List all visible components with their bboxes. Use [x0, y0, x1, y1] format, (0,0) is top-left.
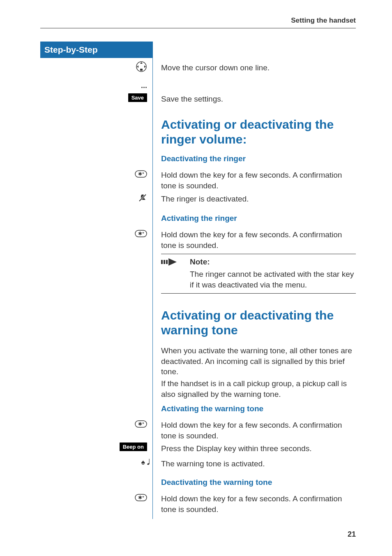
- ellipsis: ...: [40, 81, 147, 90]
- warning-deact-subhead: Deactivating the warning tone: [161, 478, 356, 487]
- warning-intro2: If the handset is in a call pickup group…: [161, 378, 356, 399]
- warning-deact-text: Hold down the key for a few seconds. A c…: [161, 493, 356, 514]
- svg-marker-3: [144, 65, 146, 68]
- svg-text:✱: ✱: [138, 421, 142, 427]
- svg-rect-4: [140, 69, 143, 71]
- note-title: Note:: [190, 257, 356, 266]
- note-arrow-icon: [161, 257, 178, 268]
- svg-marker-2: [137, 65, 138, 68]
- note-rule-bottom: [161, 293, 356, 294]
- ringer-deact-text: Hold down the key for a few seconds. A c…: [161, 170, 356, 191]
- svg-text:✱: ✱: [138, 231, 142, 236]
- star-key-icon: ✱: [40, 493, 147, 501]
- svg-marker-16: [168, 258, 177, 266]
- ringer-deact-done: The ringer is deactivated.: [161, 194, 356, 204]
- header-section-title: Setting the handset: [291, 16, 356, 25]
- svg-marker-12: [143, 232, 144, 234]
- note-text: The ringer cannot be activated with the …: [190, 269, 356, 290]
- beep-on-pill: Beep on: [120, 442, 147, 451]
- svg-rect-15: [166, 260, 168, 264]
- svg-text:✱: ✱: [138, 171, 142, 177]
- svg-rect-13: [161, 260, 163, 264]
- header-rule: [40, 28, 356, 28]
- star-key-icon: ✱: [40, 170, 147, 178]
- star-key-icon: ✱: [40, 420, 147, 428]
- warning-intro1: When you activate the warning tone, all …: [161, 345, 356, 377]
- save-pill: Save: [128, 93, 147, 102]
- nav-key-icon: [40, 61, 147, 72]
- svg-marker-1: [140, 62, 143, 64]
- save-pill-container: Save: [40, 93, 147, 102]
- warning-act-text: Hold down the key for a few seconds. A c…: [161, 420, 356, 441]
- star-key-icon: ✱: [40, 229, 147, 237]
- sidebar-title: Step-by-Step: [40, 42, 152, 58]
- ringer-off-icon: [40, 193, 147, 202]
- ringer-act-text: Hold down the key for a few seconds. A c…: [161, 229, 356, 250]
- step-save-text: Save the settings.: [161, 94, 356, 104]
- warning-heading: Activating or deactivating the warning t…: [161, 308, 356, 338]
- warning-beep-text: Press the Display key within three secon…: [161, 443, 356, 454]
- warning-tone-icon: ♠ 𝅘𝅥: [40, 458, 147, 467]
- svg-marker-7: [143, 173, 144, 174]
- column-divider: [152, 42, 153, 519]
- svg-marker-19: [143, 423, 144, 424]
- ringer-act-subhead: Activating the ringer: [161, 214, 356, 223]
- beep-on-pill-container: Beep on: [40, 442, 147, 451]
- warning-act-subhead: Activating the warning tone: [161, 404, 356, 413]
- step-cursor-text: Move the cursor down one line.: [161, 63, 356, 73]
- ringer-heading: Activating or deactivating the ringer vo…: [161, 117, 356, 147]
- note-box: Note: The ringer cannot be activated wit…: [161, 254, 356, 294]
- svg-rect-14: [164, 260, 165, 264]
- page-number: 21: [348, 530, 356, 539]
- svg-marker-22: [143, 496, 144, 498]
- ringer-deact-subhead: Deactivating the ringer: [161, 154, 356, 163]
- svg-text:✱: ✱: [138, 495, 142, 500]
- warning-done-text: The warning tone is activated.: [161, 459, 356, 469]
